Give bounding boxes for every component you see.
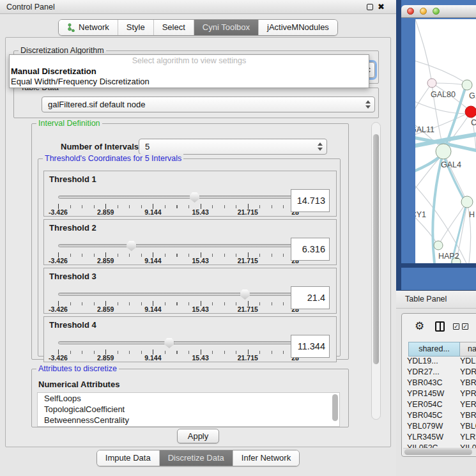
attributes-list-scrollbar[interactable] [332,394,338,421]
threshold-slider[interactable] [58,289,295,300]
network-canvas[interactable]: GAL80 G. C GAL11 GAL4 H GCY1 HAP2 [415,19,476,263]
slider-thumb[interactable] [190,192,199,203]
attributes-group-title: Attributes to discretize [36,364,119,373]
cell-shared-name[interactable]: YBL079W [402,422,457,433]
checkbox-icon[interactable]: ✓ [453,323,459,330]
cell-name[interactable]: YLR3 [457,433,476,443]
table-panel: ⚙ ✓ ✓ shared... na YDL19...YDL1YDR27...Y… [401,313,476,457]
dropdown-option-manual[interactable]: Manual Discretization [10,66,369,77]
tick-label: 2.859 [97,305,114,313]
numerical-attributes-list[interactable]: SelfLoopsTopologicalCoefficientBetweenne… [37,392,340,427]
cell-name[interactable]: YBR0 [457,411,476,422]
attribute-item[interactable]: SelfLoops [38,393,339,404]
slider-thumb[interactable] [164,338,174,348]
table-row[interactable]: YPR145WYPR1 [402,389,476,400]
cell-shared-name[interactable]: YER054C [402,400,457,411]
cell-shared-name[interactable]: YLR345W [402,433,457,443]
network-window-titlebar[interactable] [401,5,476,18]
table-panel-titlebar: Table Panel [396,291,476,309]
table-row[interactable]: YBR045CYBR0 [402,411,476,422]
table-row[interactable]: YBL079WYBL0 [402,422,476,433]
table-row[interactable]: YDR27...YDR2 [402,367,476,378]
tick-label: -3.426 [49,257,68,265]
zoom-traffic-light-icon[interactable] [433,8,440,15]
settings-scrollbar-thumb[interactable] [373,134,379,364]
column-layout-icon[interactable] [435,321,445,332]
node-top-right[interactable] [462,80,472,90]
slider-thumb[interactable] [127,241,136,251]
window-bottom-edge [396,263,476,268]
threshold-value[interactable]: 6.316 [291,238,330,261]
network-icon [67,23,75,32]
cell-shared-name[interactable]: YBR043C [402,378,457,389]
table-row[interactable]: YBR043CYBR0 [402,378,476,389]
table-hscrollbar[interactable] [403,448,476,456]
slider-track[interactable] [58,293,295,296]
threshold-value[interactable]: 11.344 [291,335,330,358]
cyni-toolbox-content: Discretization Algorithm Select algorith… [5,37,391,447]
tab-select[interactable]: Select [153,20,194,35]
table-rows[interactable]: YDL19...YDL1YDR27...YDR2YBR043CYBR0YPR14… [402,357,476,454]
tab-jactivemnodules[interactable]: jActiveMNodules [258,20,337,35]
node-gal4[interactable] [436,144,451,159]
dropdown-option-equal-width[interactable]: Equal Width/Frequency Discretization [10,77,369,87]
tab-infer-network[interactable]: Infer Network [233,450,299,466]
attr-items: SelfLoopsTopologicalCoefficientBetweenne… [38,393,339,426]
attributes-group: Attributes to discretize Numerical Attri… [31,369,349,427]
label-gal80: GAL80 [431,90,456,99]
node-gal80[interactable] [427,79,436,88]
slider-track[interactable] [58,196,295,199]
close-icon[interactable]: ✖ [378,3,385,10]
threshold-slider[interactable] [58,241,295,251]
tab-discretize-data-label: Discretize Data [168,453,224,463]
cell-shared-name[interactable]: YPR145W [402,389,457,400]
column-header-shared-name[interactable]: shared... [408,342,460,357]
cell-shared-name[interactable]: YBR045C [402,411,457,422]
control-panel-titlebar: Control Panel ✖ [0,0,396,14]
attribute-item[interactable]: TopologicalCoefficient [38,404,339,415]
cell-name[interactable]: YBR0 [457,378,476,389]
checkbox-icon[interactable]: ✓ [462,323,468,330]
threshold-slider[interactable] [58,192,295,203]
attribute-item[interactable]: BetweennessCentrality [38,415,339,426]
minimize-traffic-light-icon[interactable] [420,8,427,15]
app-root: { "control_panel": { "title": "Control P… [0,0,476,476]
cell-shared-name[interactable]: YDR27... [402,367,457,378]
cell-shared-name[interactable]: YDL19... [402,357,457,367]
apply-button[interactable]: Apply [177,429,219,443]
float-window-icon[interactable] [367,4,373,10]
table-row[interactable]: YER054CYER0 [402,400,476,411]
slider-track[interactable] [58,244,295,247]
settings-scrollbar[interactable] [371,122,381,420]
table-row[interactable]: YLR345WYLR3 [402,433,476,443]
tab-impute-data[interactable]: Impute Data [97,450,159,466]
tab-cyni-toolbox[interactable]: Cyni Toolbox [194,20,258,35]
cell-name[interactable]: YPR1 [457,389,476,400]
cell-name[interactable]: YBL0 [457,422,476,433]
cell-name[interactable]: YER0 [457,400,476,411]
tab-style[interactable]: Style [118,20,153,35]
gear-icon[interactable]: ⚙ [415,320,424,333]
column-header-name[interactable]: na [460,342,476,357]
tick-labels: -3.4262.8599.14415.4321.71528 [58,305,295,313]
table-data-combo[interactable]: galFiltered.sif default node [42,96,375,112]
node-red-selected[interactable] [465,106,476,118]
node-h[interactable] [461,196,473,208]
node-hap2[interactable] [434,241,443,250]
threshold-title: Threshold 2 [49,223,96,233]
threshold-slider[interactable] [58,338,295,348]
threshold-value[interactable]: 14.713 [291,189,330,212]
num-intervals-combo[interactable]: 5 [139,139,327,155]
slider-track[interactable] [58,341,295,344]
discretization-algorithm-group-title: Discretization Algorithm [19,46,106,55]
table-row[interactable]: YDL19...YDL1 [402,357,476,367]
cell-name[interactable]: YDR2 [457,367,476,378]
close-traffic-light-icon[interactable] [407,8,414,15]
threshold-value[interactable]: 21.4 [291,286,330,309]
tab-network[interactable]: Network [59,20,118,35]
slider-thumb[interactable] [240,289,250,300]
table-hscrollbar-thumb[interactable] [404,449,472,455]
network-nodes[interactable] [415,79,476,263]
tab-discretize-data[interactable]: Discretize Data [159,450,233,466]
cell-name[interactable]: YDL1 [457,357,476,367]
